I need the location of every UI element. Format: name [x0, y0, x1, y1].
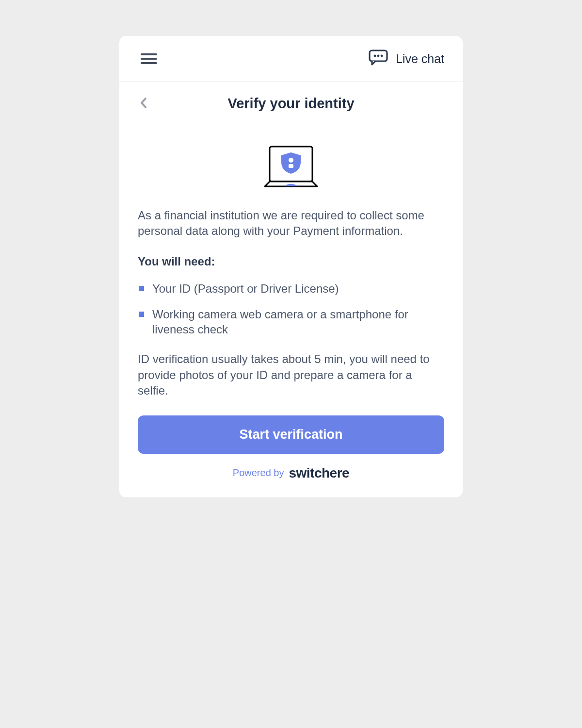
powered-by: Powered by switchere	[138, 454, 444, 481]
identity-illustration	[119, 116, 463, 208]
svg-point-5	[289, 158, 293, 163]
need-heading: You will need:	[138, 255, 444, 268]
verification-card: Live chat Verify your identity As a fina…	[119, 36, 463, 497]
list-item: Working camera web camera or a smartphon…	[138, 307, 444, 337]
live-chat-label: Live chat	[396, 52, 444, 66]
page-title: Verify your identity	[138, 96, 444, 112]
svg-point-2	[377, 55, 380, 57]
body-content: As a financial institution we are requir…	[119, 208, 463, 497]
card-header: Live chat	[119, 36, 463, 82]
start-verification-button[interactable]: Start verification	[138, 415, 444, 454]
menu-icon[interactable]	[141, 53, 157, 64]
content-header: Verify your identity	[119, 82, 463, 116]
chevron-left-icon	[140, 97, 147, 109]
brand-name: switchere	[289, 465, 349, 481]
intro-text: As a financial institution we are requir…	[138, 208, 444, 239]
need-list: Your ID (Passport or Driver License) Wor…	[138, 281, 444, 337]
note-text: ID verification usually takes about 5 mi…	[138, 351, 444, 398]
svg-point-3	[381, 55, 383, 57]
live-chat-button[interactable]: Live chat	[369, 50, 444, 68]
chat-icon	[369, 50, 388, 68]
list-item: Your ID (Passport or Driver License)	[138, 281, 444, 296]
powered-by-label: Powered by	[233, 467, 284, 479]
laptop-shield-icon	[264, 146, 318, 188]
svg-rect-6	[289, 164, 293, 168]
svg-point-1	[374, 55, 376, 57]
back-button[interactable]	[140, 97, 147, 111]
